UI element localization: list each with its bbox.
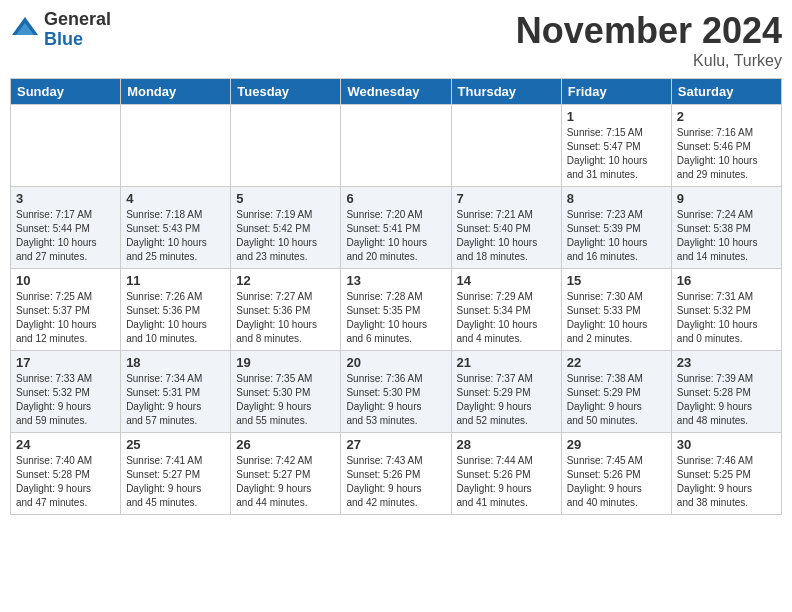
logo-general: General [44,10,111,30]
day-number: 29 [567,437,666,452]
day-info: Sunrise: 7:46 AM Sunset: 5:25 PM Dayligh… [677,454,776,510]
day-info: Sunrise: 7:38 AM Sunset: 5:29 PM Dayligh… [567,372,666,428]
day-info: Sunrise: 7:37 AM Sunset: 5:29 PM Dayligh… [457,372,556,428]
day-number: 1 [567,109,666,124]
day-cell: 13Sunrise: 7:28 AM Sunset: 5:35 PM Dayli… [341,269,451,351]
day-number: 4 [126,191,225,206]
day-number: 28 [457,437,556,452]
day-info: Sunrise: 7:40 AM Sunset: 5:28 PM Dayligh… [16,454,115,510]
day-number: 7 [457,191,556,206]
day-info: Sunrise: 7:28 AM Sunset: 5:35 PM Dayligh… [346,290,445,346]
day-cell: 16Sunrise: 7:31 AM Sunset: 5:32 PM Dayli… [671,269,781,351]
day-info: Sunrise: 7:20 AM Sunset: 5:41 PM Dayligh… [346,208,445,264]
day-cell: 20Sunrise: 7:36 AM Sunset: 5:30 PM Dayli… [341,351,451,433]
day-cell: 14Sunrise: 7:29 AM Sunset: 5:34 PM Dayli… [451,269,561,351]
day-info: Sunrise: 7:29 AM Sunset: 5:34 PM Dayligh… [457,290,556,346]
day-cell: 26Sunrise: 7:42 AM Sunset: 5:27 PM Dayli… [231,433,341,515]
week-row-2: 3Sunrise: 7:17 AM Sunset: 5:44 PM Daylig… [11,187,782,269]
day-cell: 4Sunrise: 7:18 AM Sunset: 5:43 PM Daylig… [121,187,231,269]
col-header-thursday: Thursday [451,79,561,105]
day-cell: 17Sunrise: 7:33 AM Sunset: 5:32 PM Dayli… [11,351,121,433]
week-row-5: 24Sunrise: 7:40 AM Sunset: 5:28 PM Dayli… [11,433,782,515]
day-cell [121,105,231,187]
day-cell [11,105,121,187]
day-cell: 29Sunrise: 7:45 AM Sunset: 5:26 PM Dayli… [561,433,671,515]
day-number: 11 [126,273,225,288]
day-cell: 23Sunrise: 7:39 AM Sunset: 5:28 PM Dayli… [671,351,781,433]
day-info: Sunrise: 7:16 AM Sunset: 5:46 PM Dayligh… [677,126,776,182]
day-cell: 9Sunrise: 7:24 AM Sunset: 5:38 PM Daylig… [671,187,781,269]
location: Kulu, Turkey [516,52,782,70]
header-row: SundayMondayTuesdayWednesdayThursdayFrid… [11,79,782,105]
day-cell: 25Sunrise: 7:41 AM Sunset: 5:27 PM Dayli… [121,433,231,515]
logo-blue: Blue [44,30,111,50]
day-cell: 12Sunrise: 7:27 AM Sunset: 5:36 PM Dayli… [231,269,341,351]
day-info: Sunrise: 7:31 AM Sunset: 5:32 PM Dayligh… [677,290,776,346]
day-number: 13 [346,273,445,288]
day-info: Sunrise: 7:42 AM Sunset: 5:27 PM Dayligh… [236,454,335,510]
day-cell: 3Sunrise: 7:17 AM Sunset: 5:44 PM Daylig… [11,187,121,269]
logo-text: General Blue [44,10,111,50]
day-number: 10 [16,273,115,288]
day-number: 2 [677,109,776,124]
day-cell: 15Sunrise: 7:30 AM Sunset: 5:33 PM Dayli… [561,269,671,351]
day-number: 3 [16,191,115,206]
day-info: Sunrise: 7:27 AM Sunset: 5:36 PM Dayligh… [236,290,335,346]
day-cell [451,105,561,187]
day-cell: 5Sunrise: 7:19 AM Sunset: 5:42 PM Daylig… [231,187,341,269]
day-cell: 8Sunrise: 7:23 AM Sunset: 5:39 PM Daylig… [561,187,671,269]
page-header: General Blue November 2024 Kulu, Turkey [10,10,782,70]
day-info: Sunrise: 7:45 AM Sunset: 5:26 PM Dayligh… [567,454,666,510]
day-cell: 30Sunrise: 7:46 AM Sunset: 5:25 PM Dayli… [671,433,781,515]
day-cell: 2Sunrise: 7:16 AM Sunset: 5:46 PM Daylig… [671,105,781,187]
col-header-monday: Monday [121,79,231,105]
month-title: November 2024 [516,10,782,52]
day-number: 30 [677,437,776,452]
day-number: 6 [346,191,445,206]
day-number: 24 [16,437,115,452]
day-cell: 21Sunrise: 7:37 AM Sunset: 5:29 PM Dayli… [451,351,561,433]
day-number: 26 [236,437,335,452]
col-header-friday: Friday [561,79,671,105]
day-cell: 6Sunrise: 7:20 AM Sunset: 5:41 PM Daylig… [341,187,451,269]
calendar-table: SundayMondayTuesdayWednesdayThursdayFrid… [10,78,782,515]
day-number: 17 [16,355,115,370]
day-cell: 28Sunrise: 7:44 AM Sunset: 5:26 PM Dayli… [451,433,561,515]
day-info: Sunrise: 7:34 AM Sunset: 5:31 PM Dayligh… [126,372,225,428]
day-info: Sunrise: 7:21 AM Sunset: 5:40 PM Dayligh… [457,208,556,264]
col-header-wednesday: Wednesday [341,79,451,105]
day-number: 18 [126,355,225,370]
day-cell: 22Sunrise: 7:38 AM Sunset: 5:29 PM Dayli… [561,351,671,433]
logo: General Blue [10,10,111,50]
day-cell: 19Sunrise: 7:35 AM Sunset: 5:30 PM Dayli… [231,351,341,433]
day-number: 25 [126,437,225,452]
day-number: 15 [567,273,666,288]
day-info: Sunrise: 7:33 AM Sunset: 5:32 PM Dayligh… [16,372,115,428]
week-row-1: 1Sunrise: 7:15 AM Sunset: 5:47 PM Daylig… [11,105,782,187]
day-info: Sunrise: 7:24 AM Sunset: 5:38 PM Dayligh… [677,208,776,264]
day-number: 14 [457,273,556,288]
day-number: 20 [346,355,445,370]
day-number: 5 [236,191,335,206]
day-number: 8 [567,191,666,206]
day-cell: 7Sunrise: 7:21 AM Sunset: 5:40 PM Daylig… [451,187,561,269]
day-number: 22 [567,355,666,370]
day-info: Sunrise: 7:25 AM Sunset: 5:37 PM Dayligh… [16,290,115,346]
day-number: 16 [677,273,776,288]
day-info: Sunrise: 7:23 AM Sunset: 5:39 PM Dayligh… [567,208,666,264]
day-cell: 24Sunrise: 7:40 AM Sunset: 5:28 PM Dayli… [11,433,121,515]
day-number: 27 [346,437,445,452]
title-area: November 2024 Kulu, Turkey [516,10,782,70]
day-number: 21 [457,355,556,370]
day-info: Sunrise: 7:44 AM Sunset: 5:26 PM Dayligh… [457,454,556,510]
day-cell: 11Sunrise: 7:26 AM Sunset: 5:36 PM Dayli… [121,269,231,351]
day-info: Sunrise: 7:15 AM Sunset: 5:47 PM Dayligh… [567,126,666,182]
col-header-saturday: Saturday [671,79,781,105]
day-cell [341,105,451,187]
week-row-3: 10Sunrise: 7:25 AM Sunset: 5:37 PM Dayli… [11,269,782,351]
day-info: Sunrise: 7:19 AM Sunset: 5:42 PM Dayligh… [236,208,335,264]
day-number: 12 [236,273,335,288]
day-info: Sunrise: 7:26 AM Sunset: 5:36 PM Dayligh… [126,290,225,346]
day-cell: 27Sunrise: 7:43 AM Sunset: 5:26 PM Dayli… [341,433,451,515]
day-cell [231,105,341,187]
